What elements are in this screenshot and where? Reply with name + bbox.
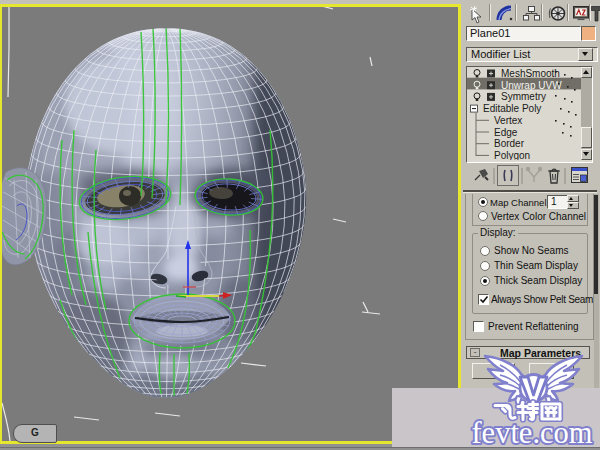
svg-text:fevte.com: fevte.com [471,416,592,450]
